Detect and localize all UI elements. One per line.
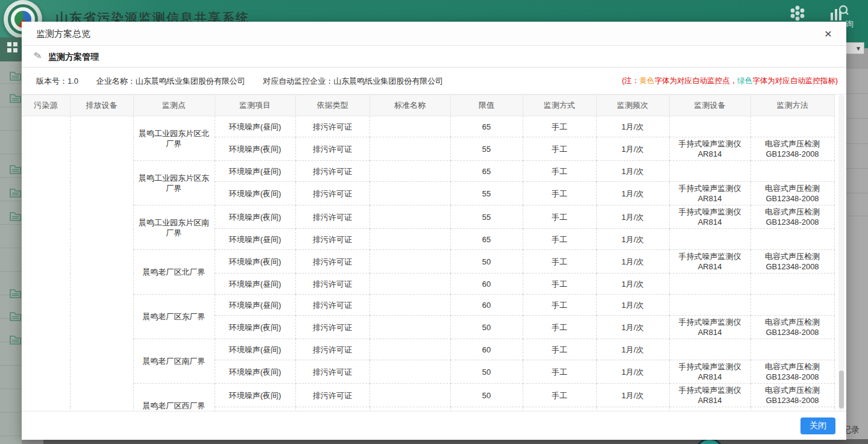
- table-body: 晨鸣工业园东片区北厂界环境噪声(昼间)排污许可证65手工1月/次环境噪声(夜间)…: [22, 116, 834, 411]
- column-header: 排放设备: [70, 95, 133, 116]
- cell-monitoring-equipment: [669, 274, 750, 295]
- close-icon[interactable]: ×: [821, 27, 835, 41]
- company-field: 企业名称：山东晨鸣纸业集团股份有限公司: [96, 77, 245, 86]
- cell-standard-name: [370, 274, 450, 295]
- cell-discharge-equipment: [70, 116, 133, 411]
- cell-monitoring-mode: 手工: [523, 229, 596, 250]
- cell-basis-type: 排污许可证: [295, 116, 370, 137]
- cell-standard-name: [370, 360, 450, 384]
- table-header: 污染源排放设备监测点监测项目依据类型标准名称限值监测方式监测频次监测设备监测方法: [22, 95, 834, 116]
- cell-limit-value: 60: [450, 339, 523, 360]
- cell-monitoring-equipment: 手持式噪声监测仪AR814: [669, 205, 750, 229]
- column-header: 监测方式: [523, 95, 596, 116]
- cell-basis-type: 排污许可证: [295, 205, 370, 229]
- cell-monitoring-frequency: 1月/次: [596, 360, 669, 384]
- cell-basis-type: 排污许可证: [295, 229, 370, 250]
- dashboard-grid-icon: [7, 42, 17, 52]
- column-header: 监测设备: [669, 95, 750, 116]
- cell-standard-name: [370, 182, 450, 205]
- menu-folder-icon: [10, 211, 21, 221]
- cell-monitoring-frequency: 1月/次: [596, 137, 669, 161]
- cell-basis-type: 排污许可证: [295, 316, 370, 339]
- section-title: 监测方案管理: [48, 46, 99, 67]
- cell-limit-value: 60: [450, 295, 523, 316]
- cell-monitoring-method: 电容式声压检测GB12348-2008: [750, 250, 834, 274]
- close-button[interactable]: 关闭: [800, 417, 835, 434]
- cell-basis-type: 排污许可证: [295, 161, 370, 182]
- column-header: 依据类型: [295, 95, 370, 116]
- menu-folder-icon: [10, 93, 21, 103]
- cell-monitoring-method: [750, 295, 834, 316]
- cell-monitoring-frequency: 1月/次: [596, 384, 669, 407]
- cell-monitoring-equipment: 手持式噪声监测仪AR814: [669, 250, 750, 274]
- info-left: 版本号：1.0 企业名称：山东晨鸣纸业集团股份有限公司 对应自动监控企业：山东晨…: [36, 67, 459, 95]
- cell-monitoring-item: 环境噪声(夜间): [215, 205, 295, 229]
- table-row: 晨鸣老厂区西厂界环境噪声(夜间)排污许可证50手工1月/次手持式噪声监测仪AR8…: [22, 384, 834, 407]
- cell-standard-name: [370, 339, 450, 360]
- bottom-dimmed-dark: [43, 439, 868, 444]
- cell-standard-name: [370, 137, 450, 161]
- cell-monitoring-frequency: 1月/次: [596, 116, 669, 137]
- cell-monitoring-mode: 手工: [523, 295, 596, 316]
- cell-monitoring-item: 环境噪声(昼间): [215, 339, 295, 360]
- table-row: 晨鸣老厂区北厂界环境噪声(夜间)排污许可证50手工1月/次手持式噪声监测仪AR8…: [22, 250, 834, 274]
- cell-monitoring-equipment: 手持式噪声监测仪AR814: [669, 182, 750, 205]
- cell-pollution-source: [22, 116, 70, 411]
- cell-monitoring-mode: 手工: [523, 250, 596, 274]
- screen: 山东省污染源监测信息共享系统 询: [0, 0, 868, 444]
- cell-monitoring-method: 电容式声压检测GB12348-2008: [750, 384, 834, 407]
- column-header: 标准名称: [370, 95, 450, 116]
- cell-basis-type: 排污许可证: [295, 182, 370, 205]
- pen-icon: ✎: [33, 49, 43, 62]
- cell-monitoring-mode: 手工: [523, 316, 596, 339]
- version-field: 版本号：1.0: [36, 77, 78, 86]
- menu-folder-icon: [10, 334, 21, 345]
- table-row: 晨鸣工业园东片区北厂界环境噪声(昼间)排污许可证65手工1月/次: [22, 116, 834, 137]
- cell-monitoring-point: 晨鸣老厂区南厂界: [133, 339, 215, 384]
- cell-monitoring-method: [750, 229, 834, 250]
- cell-monitoring-mode: 手工: [523, 360, 596, 384]
- cell-basis-type: 排污许可证: [295, 274, 370, 295]
- cell-basis-type: 排污许可证: [295, 339, 370, 360]
- column-header: 污染源: [22, 95, 70, 116]
- cell-standard-name: [370, 250, 450, 274]
- cell-monitoring-equipment: [669, 295, 750, 316]
- cell-monitoring-method: 电容式声压检测GB12348-2008: [750, 360, 834, 384]
- menu-folder-icon: [10, 70, 21, 81]
- cell-standard-name: [370, 295, 450, 316]
- scrollbar-thumb[interactable]: [839, 371, 844, 408]
- cell-basis-type: 排污许可证: [295, 250, 370, 274]
- cell-monitoring-method: 电容式声压检测GB12348-2008: [750, 182, 834, 205]
- cell-standard-name: [370, 229, 450, 250]
- scrollbar-track[interactable]: [838, 95, 844, 411]
- column-header: 监测项目: [215, 95, 295, 116]
- cell-monitoring-item: 环境噪声(夜间): [215, 316, 295, 339]
- auto-company-field: 对应自动监控企业：山东晨鸣纸业集团股份有限公司: [263, 77, 443, 86]
- table-row: 晨鸣工业园东片区南厂界环境噪声(夜间)排污许可证55手工1月/次手持式噪声监测仪…: [22, 205, 834, 229]
- right-page-dimmed: [846, 48, 868, 444]
- cell-monitoring-method: 电容式声压检测GB12348-2008: [750, 205, 834, 229]
- query-label-fragment: 询: [846, 19, 854, 30]
- cell-monitoring-frequency: 1月/次: [596, 182, 669, 205]
- modal-titlebar: 监测方案总览 ×: [22, 22, 846, 46]
- cell-limit-value: 50: [450, 384, 523, 407]
- column-header: 监测点: [133, 95, 215, 116]
- cell-monitoring-method: [750, 161, 834, 182]
- cell-basis-type: 排污许可证: [295, 360, 370, 384]
- menu-folder-icon: [10, 311, 21, 321]
- cell-standard-name: [370, 161, 450, 182]
- cell-monitoring-point: 晨鸣老厂区北厂界: [133, 250, 215, 295]
- section-header: ✎ 监测方案管理: [22, 46, 846, 67]
- cell-monitoring-equipment: [669, 161, 750, 182]
- cell-monitoring-method: [750, 339, 834, 360]
- monitoring-plan-modal: 监测方案总览 × ✎ 监测方案管理 版本号：1.0 企业名称：山东晨鸣纸业集团股…: [22, 22, 846, 440]
- cell-standard-name: [370, 116, 450, 137]
- plan-table-area: 污染源排放设备监测点监测项目依据类型标准名称限值监测方式监测频次监测设备监测方法…: [22, 95, 846, 411]
- cell-limit-value: 65: [450, 116, 523, 137]
- cell-monitoring-mode: 手工: [523, 274, 596, 295]
- cell-basis-type: 排污许可证: [295, 295, 370, 316]
- cell-monitoring-equipment: 手持式噪声监测仪AR814: [669, 384, 750, 407]
- cell-monitoring-point: 晨鸣工业园东片区东厂界: [133, 161, 215, 205]
- cell-monitoring-item: 环境噪声(夜间): [215, 360, 295, 384]
- apps-grid-icon[interactable]: [788, 4, 807, 22]
